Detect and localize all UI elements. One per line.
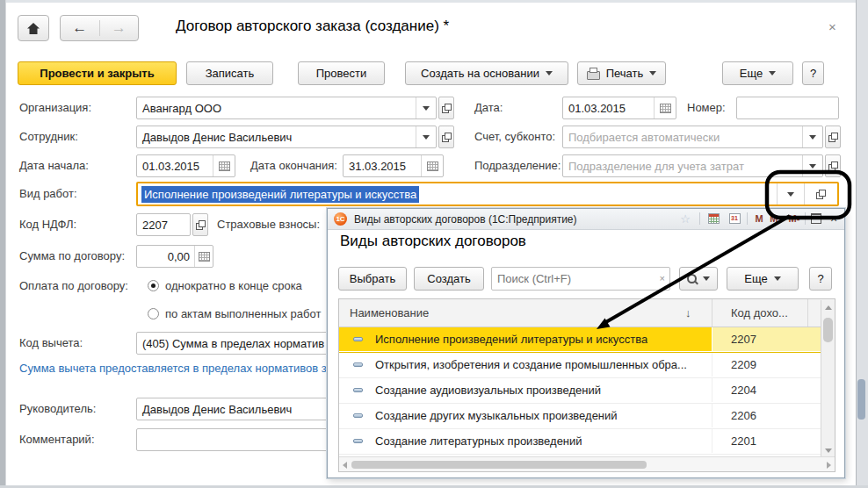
- item-name: Исполнение произведений литературы и иск…: [375, 333, 647, 346]
- hscroll-thumb[interactable]: [351, 461, 647, 469]
- number-input[interactable]: [737, 97, 838, 118]
- item-name-cell: Создание других музыкальных произведений: [339, 404, 712, 427]
- calculator-button[interactable]: [194, 246, 213, 267]
- ndfl-open-button[interactable]: [192, 213, 208, 236]
- payment-radio-once[interactable]: [148, 280, 159, 291]
- chevron-down-icon: [546, 71, 553, 75]
- item-name: Создание других музыкальных произведений: [375, 409, 618, 422]
- write-button[interactable]: Записать: [186, 61, 273, 85]
- date-field[interactable]: 01.03.2015: [562, 97, 676, 119]
- date-start-label: Дата начала:: [19, 154, 89, 177]
- list-item[interactable]: Создание аудиовизуальных произведений220…: [339, 378, 821, 404]
- post-button[interactable]: Провести: [298, 61, 385, 85]
- comment-label: Комментарий:: [19, 428, 95, 451]
- ndfl-field[interactable]: 2207: [136, 213, 191, 236]
- popup-help-button[interactable]: ?: [809, 267, 832, 291]
- catalog-item-icon: [353, 362, 363, 367]
- print-button[interactable]: Печать: [577, 61, 666, 85]
- item-name-cell: Исполнение произведений литературы и иск…: [339, 327, 712, 351]
- list-item[interactable]: Создание других музыкальных произведений…: [339, 404, 821, 429]
- amount-label: Сумма по договору:: [19, 245, 125, 268]
- payment-option2-label[interactable]: по актам выполненных работ: [165, 303, 321, 326]
- memory-m-minus-button[interactable]: М-: [785, 212, 803, 226]
- organization-open-button[interactable]: [438, 97, 454, 119]
- dropdown-button[interactable]: [802, 126, 822, 147]
- search-options-button[interactable]: [679, 267, 718, 291]
- amount-field[interactable]: 0,00: [136, 245, 213, 268]
- deduction-field[interactable]: (405) Сумма в пределах норматив: [136, 332, 334, 355]
- window-left-edge: [0, 0, 6, 488]
- back-icon: ←: [72, 19, 87, 36]
- dropdown-button[interactable]: [802, 155, 822, 176]
- item-code: 2209: [731, 358, 756, 371]
- open-icon: [828, 161, 838, 171]
- list-item[interactable]: Исполнение произведений литературы и иск…: [339, 327, 821, 353]
- date-end-label: Дата окончания:: [250, 154, 337, 177]
- memory-m-plus-button[interactable]: М+: [768, 212, 785, 226]
- calendar-button[interactable]: [213, 155, 235, 176]
- select-button[interactable]: Выбрать: [338, 267, 407, 291]
- post-and-close-button[interactable]: Провести и закрыть: [18, 61, 177, 85]
- search-clear-icon[interactable]: ×: [660, 273, 665, 283]
- item-name: Создание аудиовизуальных произведений: [375, 384, 601, 397]
- item-name-cell: Создание аудиовизуальных произведений: [339, 378, 712, 402]
- more-button[interactable]: Еще: [722, 61, 793, 85]
- calendar-titlebar-icon[interactable]: 31: [727, 212, 741, 226]
- window-close-button[interactable]: ×: [828, 19, 836, 34]
- employee-field[interactable]: Давыдов Денис Васильевич: [136, 126, 437, 148]
- memory-m-button[interactable]: М: [752, 212, 766, 226]
- home-icon: [26, 22, 40, 35]
- work-type-dropdown-button[interactable]: [777, 183, 804, 205]
- division-field[interactable]: Подразделение для учета затрат: [562, 154, 823, 177]
- column-code-header[interactable]: Код дохо...: [731, 299, 788, 327]
- search-field[interactable]: ×: [491, 267, 670, 291]
- dropdown-button[interactable]: [416, 97, 436, 118]
- popup-maximize-button[interactable]: [809, 212, 823, 226]
- favorites-star-icon[interactable]: ☆: [678, 212, 692, 226]
- search-input[interactable]: [492, 268, 669, 290]
- calendar-button[interactable]: [421, 155, 443, 176]
- date-end-field[interactable]: 31.03.2015: [343, 154, 444, 177]
- forward-button[interactable]: →: [100, 20, 139, 36]
- date-start-field[interactable]: 01.03.2015: [136, 154, 235, 177]
- payment-option1-label[interactable]: однократно в конце срока: [165, 275, 302, 298]
- chevron-down-icon: [809, 164, 816, 169]
- division-open-button[interactable]: [825, 154, 841, 177]
- chevron-down-icon: [423, 135, 430, 140]
- item-code-cell: 2207: [712, 327, 823, 351]
- horizontal-scrollbar[interactable]: [339, 456, 835, 471]
- window-scrollbar-thumb[interactable]: [857, 379, 865, 420]
- popup-more-button[interactable]: Еще: [727, 267, 799, 291]
- calendar-button[interactable]: [654, 97, 676, 118]
- vscroll-thumb[interactable]: [823, 318, 833, 342]
- manager-field[interactable]: Давыдов Денис Васильевич: [136, 398, 334, 420]
- list-item[interactable]: Открытия, изобретения и создание промышл…: [339, 353, 821, 378]
- popup-window: 1С Виды авторских договоров (1С:Предприя…: [327, 208, 845, 478]
- comment-field[interactable]: [136, 428, 334, 451]
- dropdown-button[interactable]: [416, 126, 436, 147]
- number-field[interactable]: [736, 97, 839, 119]
- work-type-open-button[interactable]: [804, 183, 837, 205]
- comment-input[interactable]: [137, 429, 333, 450]
- payment-label: Оплата по договору:: [19, 275, 128, 298]
- deduction-note-link[interactable]: Сумма вычета предоставляется в пределах …: [19, 362, 327, 375]
- work-type-field[interactable]: Исполнение произведений литературы и иск…: [136, 182, 839, 206]
- account-field[interactable]: Подбирается автоматически: [562, 126, 823, 148]
- list-item[interactable]: Создание литературных произведений2201: [339, 429, 821, 455]
- payment-radio-acts[interactable]: [148, 308, 159, 319]
- forward-icon: →: [112, 19, 127, 36]
- organization-field[interactable]: Авангард ООО: [136, 97, 437, 119]
- vertical-scrollbar[interactable]: [821, 300, 835, 458]
- account-open-button[interactable]: [825, 126, 841, 148]
- column-name-header[interactable]: Наименование: [350, 299, 429, 327]
- open-icon: [442, 104, 452, 113]
- home-button[interactable]: [18, 15, 49, 41]
- calculator-titlebar-icon[interactable]: [706, 212, 720, 226]
- popup-titlebar[interactable]: 1С Виды авторских договоров (1С:Предприя…: [328, 209, 844, 230]
- help-button[interactable]: ?: [802, 61, 824, 85]
- create-button[interactable]: Создать: [414, 267, 484, 291]
- employee-open-button[interactable]: [438, 126, 454, 148]
- popup-close-button[interactable]: ×: [827, 212, 841, 226]
- back-button[interactable]: ←: [61, 20, 100, 36]
- create-based-on-button[interactable]: Создать на основании: [405, 61, 568, 85]
